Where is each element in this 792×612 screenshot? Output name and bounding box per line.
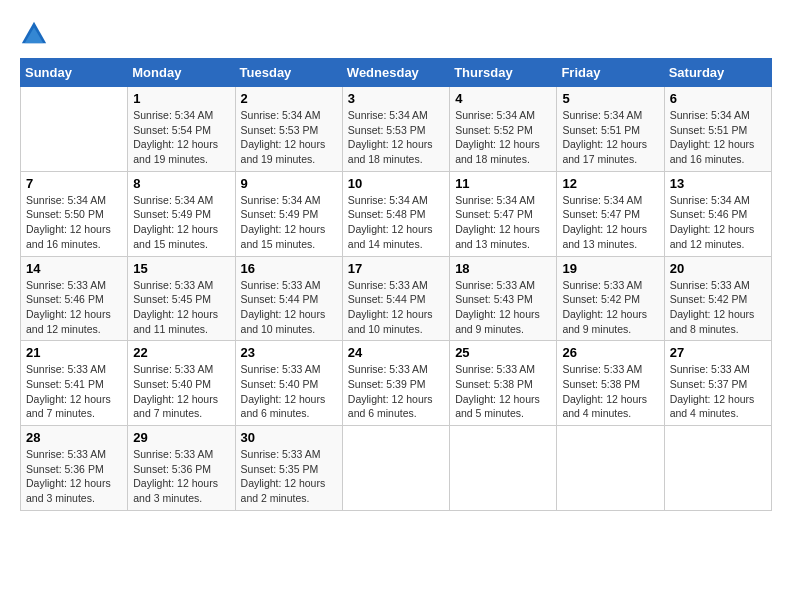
day-info: Sunrise: 5:34 AM Sunset: 5:53 PM Dayligh…: [348, 108, 444, 167]
day-info: Sunrise: 5:34 AM Sunset: 5:49 PM Dayligh…: [133, 193, 229, 252]
weekday-header-tuesday: Tuesday: [235, 59, 342, 87]
calendar-cell: 15Sunrise: 5:33 AM Sunset: 5:45 PM Dayli…: [128, 256, 235, 341]
day-number: 20: [670, 261, 766, 276]
day-number: 8: [133, 176, 229, 191]
week-row-4: 21Sunrise: 5:33 AM Sunset: 5:41 PM Dayli…: [21, 341, 772, 426]
day-info: Sunrise: 5:34 AM Sunset: 5:49 PM Dayligh…: [241, 193, 337, 252]
calendar-cell: 30Sunrise: 5:33 AM Sunset: 5:35 PM Dayli…: [235, 426, 342, 511]
day-info: Sunrise: 5:33 AM Sunset: 5:40 PM Dayligh…: [241, 362, 337, 421]
week-row-5: 28Sunrise: 5:33 AM Sunset: 5:36 PM Dayli…: [21, 426, 772, 511]
day-number: 10: [348, 176, 444, 191]
day-number: 23: [241, 345, 337, 360]
day-info: Sunrise: 5:34 AM Sunset: 5:50 PM Dayligh…: [26, 193, 122, 252]
weekday-header-saturday: Saturday: [664, 59, 771, 87]
calendar-cell: 3Sunrise: 5:34 AM Sunset: 5:53 PM Daylig…: [342, 87, 449, 172]
day-number: 12: [562, 176, 658, 191]
calendar-cell: 17Sunrise: 5:33 AM Sunset: 5:44 PM Dayli…: [342, 256, 449, 341]
calendar-cell: 5Sunrise: 5:34 AM Sunset: 5:51 PM Daylig…: [557, 87, 664, 172]
day-info: Sunrise: 5:33 AM Sunset: 5:41 PM Dayligh…: [26, 362, 122, 421]
day-info: Sunrise: 5:33 AM Sunset: 5:40 PM Dayligh…: [133, 362, 229, 421]
calendar-cell: 7Sunrise: 5:34 AM Sunset: 5:50 PM Daylig…: [21, 171, 128, 256]
day-number: 7: [26, 176, 122, 191]
day-info: Sunrise: 5:33 AM Sunset: 5:42 PM Dayligh…: [562, 278, 658, 337]
weekday-header-monday: Monday: [128, 59, 235, 87]
calendar-cell: 27Sunrise: 5:33 AM Sunset: 5:37 PM Dayli…: [664, 341, 771, 426]
calendar-cell: 10Sunrise: 5:34 AM Sunset: 5:48 PM Dayli…: [342, 171, 449, 256]
day-info: Sunrise: 5:34 AM Sunset: 5:47 PM Dayligh…: [562, 193, 658, 252]
day-info: Sunrise: 5:34 AM Sunset: 5:51 PM Dayligh…: [670, 108, 766, 167]
day-number: 30: [241, 430, 337, 445]
day-info: Sunrise: 5:33 AM Sunset: 5:44 PM Dayligh…: [241, 278, 337, 337]
day-info: Sunrise: 5:33 AM Sunset: 5:46 PM Dayligh…: [26, 278, 122, 337]
day-number: 9: [241, 176, 337, 191]
calendar-cell: 22Sunrise: 5:33 AM Sunset: 5:40 PM Dayli…: [128, 341, 235, 426]
day-number: 2: [241, 91, 337, 106]
calendar-cell: 12Sunrise: 5:34 AM Sunset: 5:47 PM Dayli…: [557, 171, 664, 256]
week-row-1: 1Sunrise: 5:34 AM Sunset: 5:54 PM Daylig…: [21, 87, 772, 172]
calendar-cell: 11Sunrise: 5:34 AM Sunset: 5:47 PM Dayli…: [450, 171, 557, 256]
day-number: 29: [133, 430, 229, 445]
day-info: Sunrise: 5:33 AM Sunset: 5:38 PM Dayligh…: [562, 362, 658, 421]
day-info: Sunrise: 5:33 AM Sunset: 5:35 PM Dayligh…: [241, 447, 337, 506]
day-number: 16: [241, 261, 337, 276]
day-number: 21: [26, 345, 122, 360]
day-info: Sunrise: 5:33 AM Sunset: 5:36 PM Dayligh…: [26, 447, 122, 506]
logo-icon: [20, 20, 48, 48]
calendar-cell: [557, 426, 664, 511]
calendar-cell: 20Sunrise: 5:33 AM Sunset: 5:42 PM Dayli…: [664, 256, 771, 341]
day-number: 4: [455, 91, 551, 106]
weekday-header-wednesday: Wednesday: [342, 59, 449, 87]
weekday-header-thursday: Thursday: [450, 59, 557, 87]
day-number: 28: [26, 430, 122, 445]
day-number: 19: [562, 261, 658, 276]
day-info: Sunrise: 5:33 AM Sunset: 5:44 PM Dayligh…: [348, 278, 444, 337]
day-number: 5: [562, 91, 658, 106]
calendar-cell: 28Sunrise: 5:33 AM Sunset: 5:36 PM Dayli…: [21, 426, 128, 511]
calendar-cell: 26Sunrise: 5:33 AM Sunset: 5:38 PM Dayli…: [557, 341, 664, 426]
day-number: 14: [26, 261, 122, 276]
day-number: 17: [348, 261, 444, 276]
calendar-cell: 24Sunrise: 5:33 AM Sunset: 5:39 PM Dayli…: [342, 341, 449, 426]
calendar-cell: 13Sunrise: 5:34 AM Sunset: 5:46 PM Dayli…: [664, 171, 771, 256]
logo: [20, 20, 52, 48]
weekday-header-friday: Friday: [557, 59, 664, 87]
day-info: Sunrise: 5:33 AM Sunset: 5:38 PM Dayligh…: [455, 362, 551, 421]
calendar-cell: 18Sunrise: 5:33 AM Sunset: 5:43 PM Dayli…: [450, 256, 557, 341]
day-info: Sunrise: 5:34 AM Sunset: 5:51 PM Dayligh…: [562, 108, 658, 167]
day-number: 3: [348, 91, 444, 106]
calendar-cell: 25Sunrise: 5:33 AM Sunset: 5:38 PM Dayli…: [450, 341, 557, 426]
calendar-cell: 4Sunrise: 5:34 AM Sunset: 5:52 PM Daylig…: [450, 87, 557, 172]
calendar-cell: 6Sunrise: 5:34 AM Sunset: 5:51 PM Daylig…: [664, 87, 771, 172]
day-number: 18: [455, 261, 551, 276]
day-info: Sunrise: 5:34 AM Sunset: 5:46 PM Dayligh…: [670, 193, 766, 252]
calendar-cell: 19Sunrise: 5:33 AM Sunset: 5:42 PM Dayli…: [557, 256, 664, 341]
calendar-cell: 14Sunrise: 5:33 AM Sunset: 5:46 PM Dayli…: [21, 256, 128, 341]
day-info: Sunrise: 5:34 AM Sunset: 5:54 PM Dayligh…: [133, 108, 229, 167]
day-number: 11: [455, 176, 551, 191]
calendar-cell: [21, 87, 128, 172]
day-info: Sunrise: 5:34 AM Sunset: 5:48 PM Dayligh…: [348, 193, 444, 252]
weekday-header-sunday: Sunday: [21, 59, 128, 87]
calendar-cell: [342, 426, 449, 511]
calendar-cell: 9Sunrise: 5:34 AM Sunset: 5:49 PM Daylig…: [235, 171, 342, 256]
day-number: 15: [133, 261, 229, 276]
calendar-cell: [450, 426, 557, 511]
day-info: Sunrise: 5:33 AM Sunset: 5:45 PM Dayligh…: [133, 278, 229, 337]
calendar-cell: 8Sunrise: 5:34 AM Sunset: 5:49 PM Daylig…: [128, 171, 235, 256]
day-info: Sunrise: 5:34 AM Sunset: 5:47 PM Dayligh…: [455, 193, 551, 252]
day-number: 27: [670, 345, 766, 360]
week-row-3: 14Sunrise: 5:33 AM Sunset: 5:46 PM Dayli…: [21, 256, 772, 341]
day-info: Sunrise: 5:33 AM Sunset: 5:39 PM Dayligh…: [348, 362, 444, 421]
calendar-table: SundayMondayTuesdayWednesdayThursdayFrid…: [20, 58, 772, 511]
day-info: Sunrise: 5:33 AM Sunset: 5:37 PM Dayligh…: [670, 362, 766, 421]
day-number: 24: [348, 345, 444, 360]
weekday-header-row: SundayMondayTuesdayWednesdayThursdayFrid…: [21, 59, 772, 87]
day-number: 1: [133, 91, 229, 106]
day-number: 26: [562, 345, 658, 360]
page-header: [20, 20, 772, 48]
day-info: Sunrise: 5:34 AM Sunset: 5:52 PM Dayligh…: [455, 108, 551, 167]
calendar-cell: [664, 426, 771, 511]
calendar-cell: 29Sunrise: 5:33 AM Sunset: 5:36 PM Dayli…: [128, 426, 235, 511]
calendar-cell: 21Sunrise: 5:33 AM Sunset: 5:41 PM Dayli…: [21, 341, 128, 426]
day-info: Sunrise: 5:33 AM Sunset: 5:42 PM Dayligh…: [670, 278, 766, 337]
